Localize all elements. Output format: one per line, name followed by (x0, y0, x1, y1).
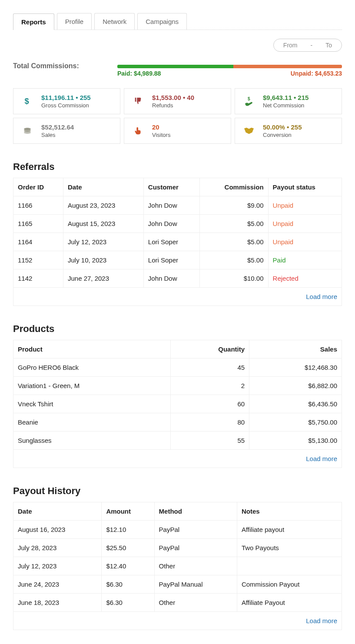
gross-title: Gross Commission (41, 102, 91, 109)
cell-notes (237, 557, 342, 575)
cell-product: Vneck Tshirt (13, 395, 171, 413)
cell-order: 1164 (13, 233, 63, 251)
sales-title: Sales (41, 132, 74, 138)
table-row: Variation1 - Green, M2$6,882.00 (13, 377, 342, 395)
table-row: 1164July 12, 2023Lori Soper$5.00Unpaid (13, 233, 342, 251)
gross-value: $11,196.11 • 255 (41, 94, 91, 101)
col-ph-notes: Notes (237, 502, 342, 521)
net-commission-card: $ $9,643.11 • 215 Net Commission (235, 88, 342, 114)
stats-grid: $ $11,196.11 • 255 Gross Commission $1,5… (13, 88, 342, 144)
cell-notes: Affiliate payout (237, 521, 342, 539)
cell-date: July 12, 2023 (63, 233, 143, 251)
date-range-picker[interactable]: From - To (273, 39, 342, 52)
cell-sales: $6,882.00 (249, 377, 342, 395)
cell-method: PayPal (154, 539, 237, 557)
cell-commission: $9.00 (200, 196, 269, 215)
cell-status: Unpaid (268, 196, 342, 215)
date-range-row: From - To (13, 39, 342, 52)
cell-customer: John Dow (143, 215, 199, 233)
refunds-value: $1,553.00 • 40 (152, 94, 194, 101)
table-row: Vneck Tshirt60$6,436.50 (13, 395, 342, 413)
cell-amount: $12.10 (102, 521, 154, 539)
cell-sales: $5,750.00 (249, 413, 342, 432)
cell-order: 1142 (13, 269, 63, 288)
table-row: 1142June 27, 2023John Dow$10.00Rejected (13, 269, 342, 288)
visitors-card: 20 Visitors (124, 118, 231, 144)
table-row: July 28, 2023$25.50PayPalTwo Payouts (13, 539, 342, 557)
tab-reports[interactable]: Reports (13, 13, 54, 30)
cell-date: August 15, 2023 (63, 215, 143, 233)
col-product: Product (13, 340, 171, 359)
col-ph-amount: Amount (102, 502, 154, 521)
cell-product: Sunglasses (13, 432, 171, 450)
cell-order: 1165 (13, 215, 63, 233)
cell-product: Variation1 - Green, M (13, 377, 171, 395)
cell-date: July 10, 2023 (63, 251, 143, 269)
cell-status: Paid (268, 251, 342, 269)
products-load-more[interactable]: Load more (13, 450, 342, 468)
table-row: 1165August 15, 2023John Dow$5.00Unpaid (13, 215, 342, 233)
net-title: Net Commission (263, 102, 309, 109)
cell-amount: $6.30 (102, 575, 154, 594)
cell-status: Unpaid (268, 215, 342, 233)
products-heading: Products (13, 323, 342, 335)
total-commissions-label: Total Commissions: (13, 62, 109, 70)
referrals-table: Order ID Date Customer Commission Payout… (13, 178, 342, 306)
total-commissions: Total Commissions: Paid: $4,989.88 Unpai… (13, 62, 342, 77)
svg-point-4 (24, 131, 31, 134)
tab-campaigns[interactable]: Campaigns (137, 13, 187, 30)
referrals-load-more[interactable]: Load more (13, 288, 342, 306)
table-row: GoPro HERO6 Black45$12,468.30 (13, 359, 342, 377)
thumbs-down-icon (130, 96, 146, 106)
cell-sales: $5,130.00 (249, 432, 342, 450)
cell-order: 1152 (13, 251, 63, 269)
col-ph-date: Date (13, 502, 102, 521)
cell-date: August 23, 2023 (63, 196, 143, 215)
products-section: Products Product Quantity Sales GoPro HE… (13, 323, 342, 468)
col-date: Date (63, 178, 143, 196)
cell-sales: $12,468.30 (249, 359, 342, 377)
table-row: June 18, 2023$6.30OtherAffiliate Payout (13, 594, 342, 612)
hand-dollar-icon: $ (241, 96, 257, 106)
cell-customer: John Dow (143, 269, 199, 288)
date-from: From (283, 42, 298, 49)
cell-notes: Affiliate Payout (237, 594, 342, 612)
date-sep: - (311, 42, 313, 49)
col-commission: Commission (200, 178, 269, 196)
table-row: 1166August 23, 2023John Dow$9.00Unpaid (13, 196, 342, 215)
tab-network[interactable]: Network (94, 13, 135, 30)
cell-commission: $5.00 (200, 215, 269, 233)
cell-commission: $5.00 (200, 251, 269, 269)
pointer-icon (130, 126, 146, 136)
cell-product: GoPro HERO6 Black (13, 359, 171, 377)
refunds-title: Refunds (152, 102, 194, 109)
cell-qty: 2 (170, 377, 249, 395)
commission-bar-paid (117, 65, 233, 68)
conversion-title: Conversion (263, 132, 302, 138)
cell-customer: John Dow (143, 196, 199, 215)
cell-status: Unpaid (268, 233, 342, 251)
table-row: Beanie80$5,750.00 (13, 413, 342, 432)
net-value: $9,643.11 • 215 (263, 94, 309, 101)
cell-qty: 55 (170, 432, 249, 450)
cell-product: Beanie (13, 413, 171, 432)
cell-customer: Lori Soper (143, 233, 199, 251)
refunds-card: $1,553.00 • 40 Refunds (124, 88, 231, 114)
date-to: To (325, 42, 332, 49)
col-ph-method: Method (154, 502, 237, 521)
col-sales: Sales (249, 340, 342, 359)
tab-profile[interactable]: Profile (57, 13, 92, 30)
commission-bar-unpaid (233, 65, 342, 68)
unpaid-amount: Unpaid: $4,653.23 (291, 70, 342, 77)
col-quantity: Quantity (170, 340, 249, 359)
cell-order: 1166 (13, 196, 63, 215)
cell-method: PayPal Manual (154, 575, 237, 594)
cell-date: August 16, 2023 (13, 521, 102, 539)
table-row: Sunglasses55$5,130.00 (13, 432, 342, 450)
visitors-value: 20 (152, 123, 170, 131)
handshake-icon (241, 126, 257, 136)
payout-load-more[interactable]: Load more (13, 612, 342, 630)
conversion-value: 50.00% • 255 (263, 123, 302, 131)
table-row: July 12, 2023$12.40Other (13, 557, 342, 575)
payout-history-table: Date Amount Method Notes August 16, 2023… (13, 502, 342, 630)
